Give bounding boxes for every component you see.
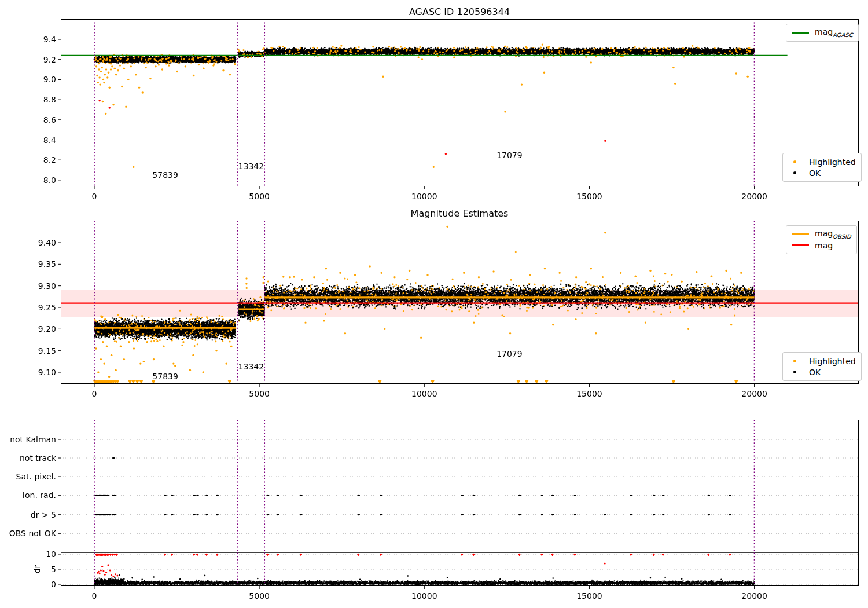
plot-canvas (0, 0, 868, 608)
figure: AGASC ID 120596344 Magnitude Estimates 0… (0, 0, 868, 608)
